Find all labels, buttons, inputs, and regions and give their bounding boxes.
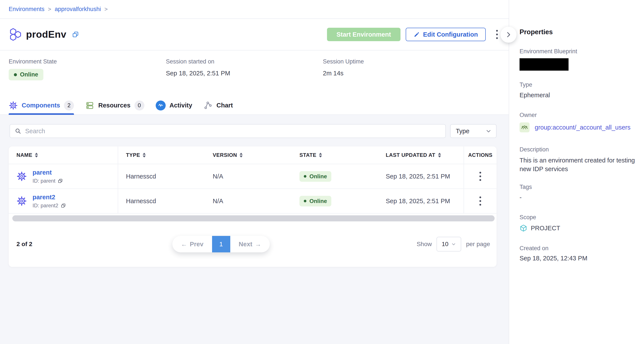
owner-label: Owner	[520, 112, 635, 118]
edit-configuration-button[interactable]: Edit Configuration	[406, 28, 486, 41]
copy-id-icon[interactable]	[60, 203, 66, 208]
search-icon	[14, 127, 22, 135]
environment-blueprint-redacted	[520, 58, 568, 71]
type-filter-dropdown[interactable]: Type	[450, 124, 496, 138]
scope-value: PROJECT	[531, 225, 560, 232]
session-started-value: Sep 18, 2025, 2:51 PM	[166, 70, 230, 77]
chevron-down-icon	[485, 128, 492, 134]
tab-chart-label: Chart	[216, 102, 233, 109]
collapse-panel-button[interactable]	[500, 27, 516, 43]
components-table: NAME TYPE VERSION STATE LAST UPDATED AT	[9, 146, 496, 267]
row-more-menu[interactable]	[477, 194, 483, 208]
page-size-dropdown[interactable]: 10	[436, 237, 461, 252]
sort-icon	[240, 153, 243, 157]
online-badge: Online	[300, 196, 331, 206]
environment-state-label: Environment State	[9, 58, 57, 65]
page-1-button[interactable]: 1	[212, 236, 230, 252]
cube-icon	[520, 224, 527, 232]
component-last-updated: Sep 18, 2025, 2:51 PM	[378, 173, 464, 180]
per-page-label: per page	[466, 241, 490, 248]
online-dot-icon	[304, 175, 306, 178]
environment-state-stat: Environment State Online	[9, 58, 57, 80]
breadcrumb-separator: >	[48, 6, 51, 12]
tab-activity[interactable]: Activity	[156, 96, 192, 114]
breadcrumb-environments-link[interactable]: Environments	[9, 6, 44, 12]
session-uptime-value: 2m 14s	[323, 70, 364, 77]
breadcrumb: Environments > approvalforkhushi >	[0, 0, 509, 19]
prev-page-button[interactable]: ← Prev	[172, 241, 212, 248]
activity-pulse-icon	[156, 100, 166, 110]
table-row: parent ID: parent Harnesscd N/A	[9, 164, 496, 189]
session-uptime-label: Session Uptime	[323, 58, 364, 65]
component-version: N/A	[205, 173, 292, 180]
gear-icon	[16, 196, 27, 206]
chevron-right-icon	[505, 31, 512, 38]
search-input[interactable]	[25, 128, 441, 135]
components-tab-content: Type NAME TYPE VERSION	[0, 115, 509, 344]
session-started-stat: Session started on Sep 18, 2025, 2:51 PM	[166, 58, 230, 77]
tab-components[interactable]: Components 2	[9, 96, 74, 114]
component-link[interactable]: parent2	[32, 194, 66, 201]
component-name-cell: parent ID: parent	[9, 164, 118, 188]
sort-icon	[35, 153, 38, 157]
description-label: Description	[520, 146, 635, 153]
copy-name-icon[interactable]	[72, 30, 79, 38]
properties-panel: Properties Environment Blueprint Type Ep…	[509, 0, 644, 344]
start-environment-button[interactable]: Start Environment	[327, 28, 400, 41]
environment-hexagon-icon	[9, 28, 22, 41]
page-header: prodEnv Start Environment Edit Configura…	[0, 19, 509, 50]
row-more-menu[interactable]	[477, 170, 483, 183]
chart-scatter-icon	[204, 101, 212, 110]
column-header-last-updated[interactable]: LAST UPDATED AT	[378, 152, 464, 158]
header-more-menu[interactable]	[494, 28, 500, 41]
session-started-label: Session started on	[166, 58, 230, 65]
type-label: Type	[520, 81, 635, 88]
breadcrumb-env-name-link[interactable]: approvalforkhushi	[55, 6, 101, 12]
online-dot-icon	[14, 73, 17, 76]
type-value: Ephemeral	[520, 92, 635, 99]
column-header-actions: ACTIONS	[464, 146, 496, 164]
resources-stack-icon	[85, 101, 94, 110]
arrow-right-icon: →	[255, 241, 261, 248]
sort-icon	[438, 153, 441, 157]
owner-group-link[interactable]: group:account/_account_all_users	[535, 124, 630, 131]
component-link[interactable]: parent	[32, 169, 63, 176]
tab-resources-count: 0	[134, 100, 144, 110]
pencil-icon	[414, 31, 420, 38]
page-title: prodEnv	[26, 29, 66, 40]
owner-row: group:account/_account_all_users	[520, 122, 635, 132]
component-id: ID: parent2	[32, 203, 66, 209]
column-header-type[interactable]: TYPE	[118, 152, 205, 158]
page-size-controls: Show 10 per page	[416, 237, 490, 252]
component-last-updated: Sep 18, 2025, 2:51 PM	[378, 198, 464, 205]
environment-state-badge: Online	[9, 69, 43, 80]
copy-id-icon[interactable]	[58, 178, 63, 184]
component-version: N/A	[205, 198, 292, 205]
scope-row: PROJECT	[520, 224, 635, 232]
tab-activity-label: Activity	[170, 102, 192, 109]
column-header-version[interactable]: VERSION	[205, 152, 292, 158]
column-header-name[interactable]: NAME	[9, 146, 118, 164]
created-on-value: Sep 18, 2025, 12:43 PM	[520, 255, 635, 262]
description-value: This is an environment created for testi…	[520, 156, 635, 173]
tags-value: -	[520, 194, 635, 201]
tab-components-label: Components	[22, 102, 60, 109]
column-header-state[interactable]: STATE	[292, 152, 378, 158]
breadcrumb-separator: >	[104, 6, 108, 12]
next-page-button[interactable]: Next →	[230, 241, 270, 248]
tab-chart[interactable]: Chart	[204, 96, 233, 114]
horizontal-scrollbar[interactable]	[12, 215, 494, 221]
tab-resources[interactable]: Resources 0	[85, 96, 144, 114]
online-dot-icon	[304, 200, 306, 202]
tab-resources-label: Resources	[98, 102, 130, 109]
group-people-icon	[520, 122, 530, 132]
sort-icon	[143, 153, 146, 157]
tab-bar: Components 2 Resources 0	[0, 96, 509, 115]
show-label: Show	[416, 241, 432, 248]
header-actions: Start Environment Edit Configuration	[327, 28, 500, 41]
environment-details-page: Environments > approvalforkhushi > prodE…	[0, 0, 644, 344]
component-actions-cell	[464, 164, 496, 188]
component-state: Online	[292, 196, 378, 206]
pagination-summary: 2 of 2	[16, 241, 32, 248]
pagination-pill: ← Prev 1 Next →	[172, 236, 270, 252]
